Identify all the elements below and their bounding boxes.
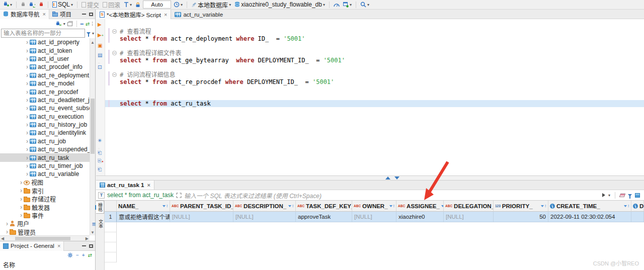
tree-item-act_re_model[interactable]: ›act_re_model <box>0 79 90 87</box>
column-filter-sort-icon[interactable]: ↕ <box>389 204 395 208</box>
active-connection-button[interactable]: 本地数据库 ▾ <box>190 1 232 9</box>
grid-cell-PARENT_TASK_ID_[interactable]: [NULL] <box>170 212 233 222</box>
chevron-right-icon[interactable]: › <box>26 64 28 69</box>
reconnect-button[interactable] <box>28 1 36 9</box>
table-row[interactable]: 1意或拒绝请假这个请求[NULL][NULL]approveTask[NULL]… <box>105 212 644 222</box>
sql-line[interactable] <box>105 93 644 100</box>
tree-item-act_ru_suspended_job[interactable]: ›act_ru_suspended_job <box>0 145 90 153</box>
apply-filter-icon[interactable] <box>602 193 605 197</box>
maximize-icon[interactable] <box>89 244 93 248</box>
grid-cell-DU[interactable] <box>631 212 644 222</box>
close-icon[interactable]: × <box>57 243 60 249</box>
chevron-right-icon[interactable]: › <box>26 40 28 45</box>
tree-item-act_id_token[interactable]: ›act_id_token <box>0 46 90 54</box>
chevron-right-icon[interactable]: › <box>26 81 28 86</box>
chevron-right-icon[interactable]: › <box>26 171 28 176</box>
filter-settings-icon[interactable] <box>628 194 632 197</box>
chevron-right-icon[interactable]: › <box>26 147 28 152</box>
tab-text-view[interactable]: 文本 ≣ <box>96 218 104 230</box>
grid-cell-ASSIGNEE_[interactable]: xiaozhire0 <box>396 212 444 222</box>
chevron-right-icon[interactable]: › <box>26 114 28 119</box>
tree-item-act_ru_timer_job[interactable]: ›act_ru_timer_job <box>0 162 90 170</box>
scrollbar-thumb[interactable] <box>91 99 95 154</box>
minimize-icon[interactable] <box>82 14 86 15</box>
gear-icon[interactable]: ✳ <box>98 138 102 143</box>
export-result-icon[interactable]: ⎗ <box>98 150 102 155</box>
chevron-right-icon[interactable]: › <box>26 89 28 95</box>
column-filter-sort-icon[interactable]: ↕ <box>163 204 168 208</box>
grid-settings-icon[interactable] <box>635 193 640 198</box>
admin-tools-button[interactable]: ▾ <box>342 1 353 9</box>
sql-line[interactable]: −# 查看流程 <box>105 28 644 35</box>
column-filter-sort-icon[interactable]: ↕ <box>288 204 294 208</box>
tree-item-act_procdef_info[interactable]: ›act_procdef_info <box>0 63 90 71</box>
sql-line[interactable]: select * from act_re_deployment where ID… <box>105 35 644 42</box>
transaction-history-button[interactable]: ▾ <box>173 1 184 9</box>
fold-marker-icon[interactable]: − <box>112 29 117 34</box>
minimize-icon[interactable] <box>82 245 86 246</box>
column-header-ASSIGNEE_[interactable]: ABCASSIGNEE_↕ <box>396 201 444 212</box>
tab-grid-view[interactable]: 栅格 <box>96 201 104 214</box>
tab-database-navigator[interactable]: 数据库导航 × <box>0 10 49 19</box>
tree-vertical-scrollbar[interactable]: ▲ ▼ <box>90 38 95 235</box>
column-header-PARENT_TASK_ID_[interactable]: ABCPARENT_TASK_ID_↕ <box>170 201 233 212</box>
scrollbar-thumb[interactable] <box>15 237 70 240</box>
sync-icon[interactable]: ⇄ <box>86 21 90 27</box>
lock-button[interactable] <box>134 1 141 9</box>
column-header-DU[interactable]: DU↕ <box>631 201 644 212</box>
chevron-right-icon[interactable]: › <box>26 155 28 160</box>
clear-filter-icon[interactable] <box>619 194 626 197</box>
column-filter-sort-icon[interactable]: ↕ <box>624 204 629 208</box>
console-icon[interactable]: ⊡ <box>98 64 102 70</box>
grid-cell-TASK_DEF_KEY_[interactable]: approveTask <box>296 212 352 222</box>
tree-item-act_ru_job[interactable]: ›act_ru_job <box>0 137 90 145</box>
column-header-PRIORITY_[interactable]: 123PRIORITY_↕ <box>494 201 548 212</box>
tab-act-ru-variable[interactable]: act_ru_variable <box>171 10 226 19</box>
grid-cell-PRIORITY_[interactable]: 50 <box>494 212 548 222</box>
chevron-right-icon[interactable]: › <box>6 229 8 234</box>
maximize-editor-icon[interactable] <box>385 176 390 179</box>
sync-icon[interactable]: ⇄ <box>88 252 92 258</box>
sql-line[interactable]: select * from act_ru_task <box>105 100 644 107</box>
sql-line[interactable] <box>105 64 644 71</box>
scroll-up-icon[interactable]: ▲ <box>91 40 95 45</box>
chevron-down-icon[interactable]: ▾ <box>63 22 65 26</box>
column-header-DELEGATION_[interactable]: ABCDELEGATION_↕ <box>444 201 494 212</box>
column-filter-sort-icon[interactable]: ↕ <box>541 204 546 208</box>
filter-expression-placeholder[interactable]: 输入一个 SQL 表达式来过滤结果 (使用 Ctrl+Space) <box>184 191 600 200</box>
plug-new-icon[interactable] <box>55 21 61 27</box>
sql-editor-button[interactable]: SQL ▾ <box>51 1 74 9</box>
scroll-right-icon[interactable]: ▶ <box>86 236 89 241</box>
chevron-down-icon[interactable]: ▾ <box>92 31 94 36</box>
sql-editor[interactable]: −# 查看流程select * from act_re_deployment w… <box>105 19 644 175</box>
tree-item-act_id_property[interactable]: ›act_id_property <box>0 38 90 46</box>
fold-marker-icon[interactable]: − <box>112 51 117 55</box>
tree-item-act_re_procdef[interactable]: ›act_re_procdef <box>0 87 90 96</box>
chevron-right-icon[interactable]: › <box>26 122 28 127</box>
expand-filter-icon[interactable] <box>176 193 182 198</box>
maximize-results-icon[interactable] <box>394 176 399 179</box>
tree-item-存储过程[interactable]: ›存储过程 <box>0 195 90 203</box>
tree-item-act_ru_variable[interactable]: ›act_ru_variable <box>0 170 90 178</box>
tree-item-act_ru_history_job[interactable]: ›act_ru_history_job <box>0 121 90 129</box>
chevron-right-icon[interactable]: › <box>26 73 28 78</box>
tree-item-act_ru_task[interactable]: ›act_ru_task <box>0 153 90 161</box>
tab-act-ru-task-result[interactable]: act_ru_task 1 × <box>96 181 154 190</box>
grid-cell-DELEGATION_[interactable]: [NULL] <box>444 212 494 222</box>
chevron-right-icon[interactable]: › <box>26 48 28 53</box>
tree-item-act_ru_identitylink[interactable]: ›act_ru_identitylink <box>0 129 90 137</box>
tree-item-act_re_deployment[interactable]: ›act_re_deployment <box>0 71 90 79</box>
chevron-right-icon[interactable]: › <box>26 106 28 111</box>
column-header-OWNER_[interactable]: ABCOWNER_↕ <box>352 201 396 212</box>
link-editor-icon[interactable] <box>67 21 73 26</box>
chevron-right-icon[interactable]: › <box>26 130 28 135</box>
grid-cell-CREATE_TIME_[interactable]: 2022-09-11 02:30:02.054 <box>548 212 631 222</box>
tab-project-general[interactable]: Project - General × <box>0 241 64 251</box>
tree-item-视图[interactable]: ›视图 <box>0 178 90 187</box>
tree-item-act_ru_execution[interactable]: ›act_ru_execution <box>0 113 90 121</box>
view-menu-icon[interactable]: ⁞ <box>92 21 93 27</box>
chevron-right-icon[interactable]: › <box>20 188 22 193</box>
dashboard-button[interactable] <box>333 1 341 9</box>
column-header-NAME_[interactable]: NAME_↕ <box>117 201 170 212</box>
grid-cell-DESCRIPTION_[interactable]: [NULL] <box>233 212 296 222</box>
